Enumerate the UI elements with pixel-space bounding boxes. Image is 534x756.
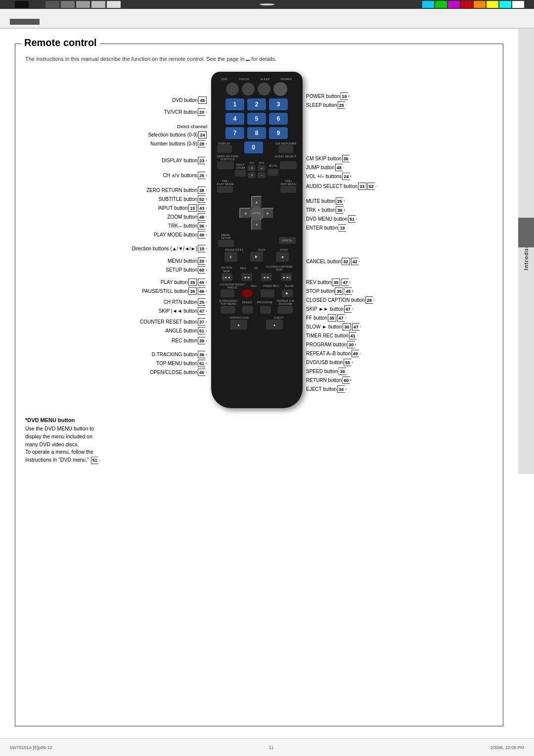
menu-cancel-row: MENU SETUP CANCEL <box>218 234 296 247</box>
label-cc: CLOSED CAPTION button 26 <box>306 296 375 304</box>
cbr-orange <box>474 1 486 8</box>
stop-button[interactable]: ■ <box>276 252 289 262</box>
trkplus-label: TRK+ DVD MENU <box>280 180 296 193</box>
label-chrtn: CH RTN button 25 <box>164 298 207 306</box>
cmskip-group: CM SKIP/JUMP <box>275 142 297 153</box>
mute-button[interactable] <box>267 169 278 176</box>
dvd-menu-note-body: Use the DVD MENU button to display the m… <box>25 425 493 464</box>
ch-up[interactable]: ∧ <box>248 165 256 171</box>
label-pause: PAUSE/STILL button 36 46 <box>142 287 207 295</box>
rev-button[interactable]: ◄◄ <box>241 273 252 281</box>
label-tvcr: TV/VCR button 20 <box>164 108 207 116</box>
cbr-green <box>435 1 447 8</box>
dvd-button[interactable] <box>226 83 239 95</box>
num-4[interactable]: 4 <box>225 113 244 125</box>
skiprev-labels: CH RTN SKIP REV FF CLOSED CAPTION SKIP <box>217 264 297 273</box>
color-registration-bar <box>0 0 534 9</box>
intro-paragraph: The instructions in this manual describe… <box>25 56 493 62</box>
num-2[interactable]: 2 <box>247 98 266 110</box>
trkminus-label: TRK- PLAY MODE <box>217 180 234 193</box>
rec-row: ▶ <box>217 289 297 297</box>
slow-button[interactable]: ▶ <box>282 289 293 297</box>
num-5[interactable]: 5 <box>247 113 266 125</box>
label-cmskip: CM SKIP button 36 <box>306 155 352 162</box>
label-slow: SLOW ► button 36 47 <box>306 323 361 331</box>
footer-center: 11 <box>269 745 274 750</box>
sleep-button[interactable] <box>258 83 270 95</box>
top-button-row <box>216 82 298 96</box>
sleep-label: SLEEP <box>260 78 269 81</box>
pause-button[interactable]: ⏸ <box>224 252 237 262</box>
num-7[interactable]: 7 <box>225 127 244 139</box>
vol-up[interactable]: + <box>258 165 266 171</box>
dtracking-button[interactable] <box>221 306 235 314</box>
trk-row: TRK- PLAY MODE TRK+ DVD MENU <box>217 180 297 193</box>
vol-col: VOL + − <box>258 161 266 178</box>
rec-button[interactable] <box>242 289 253 297</box>
chrtn-skip-button[interactable]: |◄◄ <box>222 273 232 281</box>
dpad-right[interactable]: ► <box>262 208 274 219</box>
label-skip-back: SKIP |◄◄ button 47 <box>159 307 207 315</box>
ch-vol-group: INPUT ZOOM CH ∧ ∨ VOL + <box>235 161 278 178</box>
bottom-func-row <box>217 306 297 314</box>
num-row-2: 4 5 6 <box>216 113 298 125</box>
num-row-3: 7 8 9 <box>216 127 298 139</box>
label-topmenu: TOP MENU button 51 <box>156 360 207 367</box>
cc-skip-button[interactable]: ►►| <box>281 273 292 281</box>
dvd-menu-button[interactable] <box>280 186 296 193</box>
display-button[interactable] <box>217 145 232 153</box>
label-audio-select: AUDIO SELECT button 33 52 <box>306 183 377 190</box>
dvd-menu-note: *DVD MENU button Use the DVD MENU button… <box>25 417 493 464</box>
counter-reset-button[interactable] <box>221 289 234 297</box>
dpad: ▲ ◄ ENTER ► ▼ <box>239 196 274 231</box>
label-play: PLAY button 35 45 <box>161 279 207 286</box>
num-0[interactable]: 0 <box>244 142 263 153</box>
cmskip-button[interactable] <box>278 145 293 153</box>
page-ref-box <box>246 60 250 61</box>
ch-down[interactable]: ∨ <box>248 172 256 178</box>
num-1[interactable]: 1 <box>225 98 244 110</box>
cancel-button[interactable]: CANCEL <box>279 237 296 244</box>
center-mark <box>260 3 274 5</box>
label-subtitle: SUBTITLE button 52 <box>159 195 207 203</box>
open-close-button[interactable]: ▲ <box>230 320 247 330</box>
label-display: DISPLAY button 23 <box>162 157 207 164</box>
power-button[interactable] <box>273 82 287 96</box>
label-ff: FF button 35 47 <box>306 314 347 322</box>
label-direct: Direct channel <box>177 124 207 129</box>
tvcr-button[interactable] <box>242 83 255 95</box>
label-program: PROGRAM button 30 <box>306 341 356 348</box>
label-dvdmenu: DVD MENU button 51 <box>306 215 357 223</box>
speed-button[interactable] <box>242 306 253 314</box>
vol-down[interactable]: − <box>258 172 266 178</box>
num-8[interactable]: 8 <box>247 127 266 139</box>
transport-row: ⏸ ▶ ■ <box>218 252 296 262</box>
menu-setup-button[interactable] <box>218 240 234 247</box>
eject-button[interactable]: ▲ <box>266 320 283 330</box>
enter-label: ENTER <box>250 206 264 220</box>
bottom-func-labels: D.TRACKING TOP MENU SPEED PROGRAM REPEAT… <box>217 299 297 305</box>
timer-rec-button[interactable] <box>261 289 274 297</box>
play-mode-button[interactable] <box>217 186 233 193</box>
ff-button[interactable]: ►► <box>261 273 272 281</box>
play-button[interactable]: ▶ <box>250 252 263 262</box>
main-content: Remote control The instructions in this … <box>0 29 518 736</box>
eject-labels: OPEN/CLOSE EJECT <box>217 316 297 319</box>
num-6[interactable]: 6 <box>269 113 288 125</box>
subtitle-row-labels: ZERO RETURN SUBTITLE AUDIO SELECT <box>217 155 297 161</box>
num-3[interactable]: 3 <box>269 98 288 110</box>
program-button[interactable] <box>260 306 271 314</box>
num-9[interactable]: 9 <box>269 127 288 139</box>
label-zoom: ZOOM button 48 <box>167 213 207 221</box>
subtitle-row-btns: INPUT ZOOM CH ∧ ∨ VOL + <box>217 161 297 178</box>
repeat-button[interactable] <box>278 306 293 314</box>
label-selection: Selection buttons (0-9) 24 <box>148 131 207 139</box>
input-zoom-button[interactable] <box>235 170 246 177</box>
audio-select-button[interactable] <box>280 161 297 169</box>
dvd-menu-note-title: *DVD MENU button <box>25 417 493 423</box>
dpad-down[interactable]: ▼ <box>251 219 262 231</box>
label-speed: SPEED button 39 <box>306 368 348 375</box>
label-rev: REV button 35 47 <box>306 279 351 286</box>
rec-labels: COUNTER RESET ANGLE REC TIMER REC SLOW <box>217 283 297 289</box>
subtitle-button[interactable] <box>217 161 234 169</box>
